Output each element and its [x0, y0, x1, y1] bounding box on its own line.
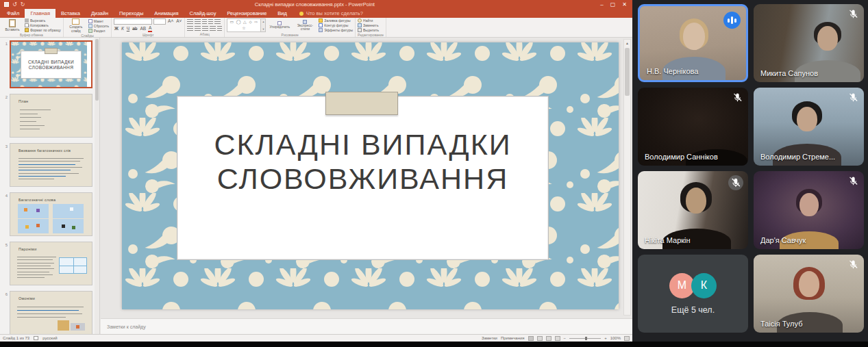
- underline-button[interactable]: Ч: [126, 27, 130, 31]
- shape-outline-button[interactable]: Контур фигуры: [319, 23, 353, 27]
- find-button[interactable]: Найти: [358, 18, 379, 23]
- participant-tile[interactable]: Володимир Стреме...: [754, 88, 864, 166]
- align-left-icon[interactable]: [187, 26, 193, 31]
- numbering-icon[interactable]: [195, 19, 201, 25]
- columns-icon[interactable]: [217, 26, 222, 31]
- participant-tile[interactable]: Володимир Санніков: [638, 88, 748, 166]
- tab-review[interactable]: Рецензирование: [221, 9, 272, 18]
- group-label-clipboard: Буфер обмена: [2, 32, 61, 38]
- cut-button[interactable]: Вырезать: [25, 18, 61, 23]
- shapes-gallery[interactable]: ▭ ◯ △ ⬦ ⇨ ☆: [227, 18, 261, 32]
- save-icon[interactable]: [4, 2, 9, 7]
- slide-sorter-icon[interactable]: [537, 336, 543, 341]
- align-right-icon[interactable]: [202, 26, 208, 31]
- tab-slideshow[interactable]: Слайд-шоу: [184, 9, 222, 18]
- quick-access-toolbar: ↺ ↻: [0, 2, 29, 8]
- section-button[interactable]: Раздел: [88, 29, 109, 33]
- ribbon-tabs: Файл Главная Вставка Дизайн Переходы Ани…: [0, 9, 632, 18]
- copy-button[interactable]: Копировать: [25, 23, 61, 27]
- shape-fill-button[interactable]: Заливка фигуры: [319, 18, 353, 23]
- tab-transitions[interactable]: Переходы: [114, 9, 149, 18]
- fit-to-window-icon[interactable]: [624, 336, 630, 341]
- zoom-out-button[interactable]: −: [564, 336, 567, 340]
- reset-button[interactable]: Сбросить: [88, 24, 109, 28]
- italic-button[interactable]: К: [121, 27, 125, 31]
- zoom-in-button[interactable]: +: [604, 336, 607, 340]
- paste-icon: [9, 19, 16, 27]
- comments-toggle-button[interactable]: Примечания: [501, 336, 525, 340]
- thumbnail-slide-1[interactable]: 1: [0, 38, 99, 91]
- slide-scrollbar[interactable]: ▲: [623, 39, 631, 316]
- participant-tile[interactable]: Нікіта Маркін: [638, 171, 748, 249]
- participant-tile[interactable]: Н.В. Чернікова: [638, 4, 748, 82]
- tell-me-box[interactable]: Что вы хотите сделать?: [299, 9, 363, 18]
- layout-icon: [88, 19, 92, 23]
- cut-icon: [25, 18, 29, 23]
- arrange-button[interactable]: Упорядочить: [268, 21, 291, 29]
- tab-insert[interactable]: Вставка: [55, 9, 86, 18]
- align-center-icon[interactable]: [195, 26, 201, 31]
- participant-name: Микита Сапунов: [760, 69, 818, 77]
- shapes-gallery-scroll[interactable]: ▲▼: [261, 18, 266, 32]
- participant-name: Володимир Стреме...: [760, 153, 835, 161]
- zoom-level[interactable]: 100%: [610, 336, 621, 340]
- line-spacing-icon[interactable]: [214, 19, 221, 25]
- slide-title-card[interactable]: СКЛАДНІ ВИПАДКИ СЛОВОВЖИВАННЯ: [177, 96, 549, 260]
- slide-title-text[interactable]: СКЛАДНІ ВИПАДКИ СЛОВОВЖИВАННЯ: [177, 128, 548, 196]
- scrollbar-thumb[interactable]: [625, 48, 630, 96]
- meet-panel: Н.В. Чернікова Микита Сапунов Володимир …: [632, 0, 868, 347]
- new-slide-icon: [72, 18, 79, 25]
- participant-tile[interactable]: Таісія Тулуб: [754, 255, 864, 333]
- close-icon[interactable]: ✕: [622, 1, 627, 8]
- slide-canvas[interactable]: СКЛАДНІ ВИПАДКИ СЛОВОВЖИВАННЯ: [122, 42, 619, 309]
- tab-home[interactable]: Главная: [25, 9, 55, 18]
- language-indicator[interactable]: русский: [42, 336, 58, 340]
- layout-button[interactable]: Макет: [88, 19, 109, 23]
- indent-increase-icon[interactable]: [208, 19, 213, 25]
- justify-icon[interactable]: [210, 26, 216, 31]
- bold-button[interactable]: Ж: [114, 27, 119, 31]
- scroll-up-icon[interactable]: ▲: [624, 40, 630, 47]
- tab-view[interactable]: Вид: [272, 9, 293, 18]
- participant-tile[interactable]: Дар'я Савчук: [754, 171, 864, 249]
- undo-icon[interactable]: ↺: [12, 2, 17, 8]
- slide-editor[interactable]: СКЛАДНІ ВИПАДКИ СЛОВОВЖИВАННЯ ▲: [101, 38, 632, 318]
- thumbnail-scrollbar[interactable]: [95, 38, 99, 334]
- strikethrough-button[interactable]: ab: [132, 27, 138, 31]
- redo-icon[interactable]: ↻: [21, 2, 25, 8]
- spellcheck-icon[interactable]: [34, 336, 38, 340]
- quick-styles-button[interactable]: Экспресс-стили: [293, 20, 317, 31]
- thumbnail-slide-6[interactable]: 6 Омоніми: [0, 288, 99, 334]
- replace-icon: [358, 23, 362, 27]
- indent-decrease-icon[interactable]: [202, 19, 207, 25]
- tab-animations[interactable]: Анимация: [149, 9, 184, 18]
- font-size-select[interactable]: [153, 18, 166, 25]
- reading-view-icon[interactable]: [546, 336, 551, 341]
- minimize-icon[interactable]: –: [600, 1, 603, 8]
- tab-file[interactable]: Файл: [1, 9, 25, 18]
- character-spacing-button[interactable]: АВ: [139, 27, 147, 31]
- slideshow-icon[interactable]: [555, 336, 560, 341]
- overflow-participants-tile[interactable]: М К Ещё 5 чел.: [638, 255, 748, 333]
- zoom-slider-thumb[interactable]: [585, 337, 587, 340]
- avatar-group: М К: [669, 273, 717, 298]
- new-slide-button[interactable]: Создать слайд: [66, 18, 86, 33]
- tab-design[interactable]: Дизайн: [86, 9, 114, 18]
- thumbnail-slide-5[interactable]: 5 Пароніми: [0, 239, 99, 288]
- notes-toggle-button[interactable]: Заметки: [482, 336, 497, 340]
- paste-button[interactable]: Вставить: [2, 19, 23, 32]
- zoom-slider[interactable]: [569, 338, 601, 339]
- bullets-icon[interactable]: [187, 19, 193, 25]
- normal-view-icon[interactable]: [528, 336, 534, 341]
- thumbnail-slide-2[interactable]: 2 План: [0, 91, 99, 140]
- notes-pane[interactable]: Заметки к слайду: [101, 318, 632, 334]
- font-name-select[interactable]: [114, 18, 152, 25]
- shrink-font-icon[interactable]: A˅: [175, 19, 182, 24]
- replace-button[interactable]: Заменить: [358, 23, 379, 27]
- restore-icon[interactable]: ▢: [610, 1, 616, 8]
- grow-font-icon[interactable]: A˄: [167, 19, 174, 24]
- participant-tile[interactable]: Микита Сапунов: [754, 4, 864, 82]
- thumbnail-slide-3[interactable]: 3 Вживання багатозначних слів: [0, 140, 99, 190]
- thumbnail-slide-4[interactable]: 4 Багатозначні слова: [0, 190, 99, 239]
- font-color-button[interactable]: А: [148, 26, 152, 32]
